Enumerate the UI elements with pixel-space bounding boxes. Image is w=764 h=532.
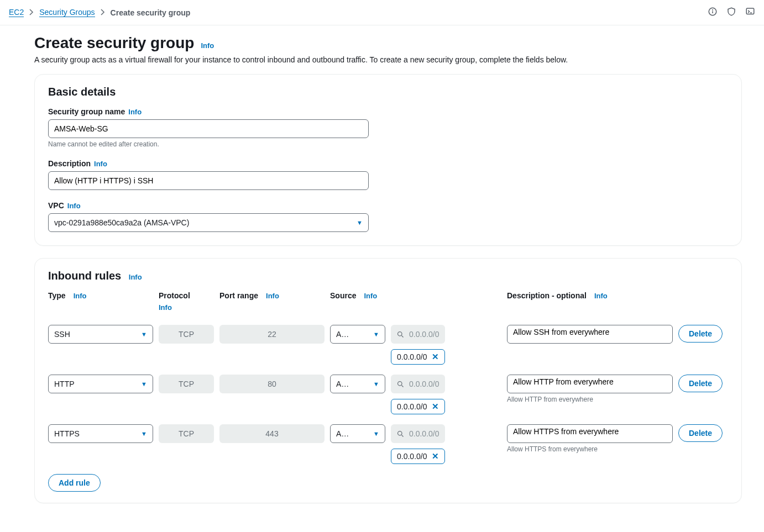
remove-cidr-icon[interactable]: ✕ bbox=[432, 451, 439, 461]
sg-name-hint: Name cannot be edited after creation. bbox=[48, 140, 728, 148]
breadcrumb-current: Create security group bbox=[111, 8, 191, 17]
rule-description-subtext: Allow HTTP from everywhere bbox=[507, 396, 673, 403]
rule-type-select[interactable]: HTTP ▼ bbox=[48, 375, 153, 393]
search-icon bbox=[396, 430, 405, 438]
vpc-info[interactable]: Info bbox=[67, 202, 81, 210]
chevron-down-icon: ▼ bbox=[141, 331, 147, 338]
delete-rule-button[interactable]: Delete bbox=[678, 375, 723, 392]
search-icon bbox=[396, 330, 405, 339]
svg-point-2 bbox=[713, 10, 713, 10]
rule-source-select[interactable]: A… ▼ bbox=[330, 424, 385, 443]
chevron-down-icon: ▼ bbox=[373, 331, 379, 338]
remove-cidr-icon[interactable]: ✕ bbox=[432, 402, 439, 412]
rule-description-subtext: Allow HTTPS from everywhere bbox=[507, 445, 673, 453]
sg-name-input[interactable] bbox=[48, 119, 369, 138]
col-protocol: Protocol bbox=[159, 291, 214, 300]
breadcrumb: EC2 Security Groups Create security grou… bbox=[9, 8, 190, 17]
rule-type-select[interactable]: HTTPS ▼ bbox=[48, 424, 153, 443]
inbound-rules-panel: Inbound rules Info Type Info Protocol In… bbox=[34, 258, 742, 503]
rule-port: 80 bbox=[219, 375, 325, 393]
col-port: Port range bbox=[219, 291, 258, 300]
cidr-chip: 0.0.0.0/0 ✕ bbox=[391, 399, 445, 414]
col-source-info[interactable]: Info bbox=[364, 292, 377, 300]
svg-point-7 bbox=[398, 381, 402, 386]
rule-description-input[interactable] bbox=[507, 375, 673, 393]
col-desc: Description - optional bbox=[507, 291, 587, 300]
remove-cidr-icon[interactable]: ✕ bbox=[432, 352, 439, 362]
rule-row: SSH ▼ TCP 22 A… ▼ 0.0.0.0/0 0.0.0.0/0 ✕ bbox=[48, 325, 728, 365]
chevron-down-icon: ▼ bbox=[357, 219, 363, 226]
sg-desc-info[interactable]: Info bbox=[94, 160, 107, 168]
rule-row: HTTP ▼ TCP 80 A… ▼ 0.0.0.0/0 0.0.0.0/0 ✕… bbox=[48, 375, 728, 414]
rule-source-search[interactable]: 0.0.0.0/0 bbox=[391, 375, 445, 393]
rule-description-input[interactable] bbox=[507, 424, 673, 443]
cidr-chip: 0.0.0.0/0 ✕ bbox=[391, 349, 445, 365]
col-port-info[interactable]: Info bbox=[266, 292, 279, 300]
svg-point-9 bbox=[398, 431, 402, 435]
col-desc-info[interactable]: Info bbox=[594, 292, 608, 300]
col-type: Type bbox=[48, 291, 66, 300]
page-description: A security group acts as a virtual firew… bbox=[34, 55, 742, 64]
chevron-down-icon: ▼ bbox=[373, 381, 379, 387]
add-rule-button[interactable]: Add rule bbox=[48, 474, 101, 492]
sg-name-info[interactable]: Info bbox=[128, 108, 142, 116]
chevron-down-icon: ▼ bbox=[373, 430, 379, 437]
delete-rule-button[interactable]: Delete bbox=[678, 424, 723, 442]
col-source: Source bbox=[330, 291, 356, 300]
rule-row: HTTPS ▼ TCP 443 A… ▼ 0.0.0.0/0 0.0.0.0/0… bbox=[48, 424, 728, 464]
breadcrumb-ec2[interactable]: EC2 bbox=[9, 8, 24, 17]
breadcrumb-security-groups[interactable]: Security Groups bbox=[39, 8, 95, 17]
sg-desc-input[interactable] bbox=[48, 171, 369, 190]
rule-protocol: TCP bbox=[159, 424, 214, 443]
col-protocol-info[interactable]: Info bbox=[159, 303, 214, 312]
rule-protocol: TCP bbox=[159, 325, 214, 344]
sg-name-label: Security group name bbox=[48, 107, 125, 116]
shield-icon[interactable] bbox=[726, 7, 736, 18]
rule-source-search[interactable]: 0.0.0.0/0 bbox=[391, 424, 445, 443]
inbound-rules-info[interactable]: Info bbox=[129, 273, 142, 281]
vpc-label: VPC bbox=[48, 201, 64, 210]
rule-source-select[interactable]: A… ▼ bbox=[330, 325, 385, 344]
svg-line-10 bbox=[401, 435, 403, 436]
basic-details-panel: Basic details Security group name Info N… bbox=[34, 74, 742, 246]
sg-desc-label: Description bbox=[48, 159, 91, 168]
info-icon[interactable] bbox=[708, 7, 718, 18]
cidr-chip: 0.0.0.0/0 ✕ bbox=[391, 449, 445, 464]
chevron-right-icon bbox=[101, 8, 105, 17]
rule-type-select[interactable]: SSH ▼ bbox=[48, 325, 153, 344]
page-title: Create security group bbox=[34, 34, 194, 52]
rule-source-select[interactable]: A… ▼ bbox=[330, 375, 385, 393]
rule-protocol: TCP bbox=[159, 375, 214, 393]
svg-point-5 bbox=[398, 331, 402, 336]
page-title-info[interactable]: Info bbox=[201, 41, 214, 50]
chevron-down-icon: ▼ bbox=[141, 381, 147, 387]
search-icon bbox=[396, 380, 405, 388]
rule-source-search[interactable]: 0.0.0.0/0 bbox=[391, 325, 445, 344]
col-type-info[interactable]: Info bbox=[74, 292, 87, 300]
chevron-right-icon bbox=[29, 8, 34, 17]
rule-port: 443 bbox=[219, 424, 325, 443]
chevron-down-icon: ▼ bbox=[141, 430, 147, 437]
delete-rule-button[interactable]: Delete bbox=[678, 325, 723, 343]
svg-line-8 bbox=[401, 385, 403, 387]
vpc-select[interactable]: vpc-0291a988e50ca9a2a (AMSA-VPC) ▼ bbox=[48, 213, 369, 232]
basic-details-title: Basic details bbox=[48, 86, 728, 98]
cloudshell-icon[interactable] bbox=[745, 7, 755, 18]
rule-description-input[interactable] bbox=[507, 325, 673, 344]
svg-line-6 bbox=[401, 335, 403, 337]
inbound-rules-title: Inbound rules bbox=[48, 270, 121, 282]
rule-port: 22 bbox=[219, 325, 325, 344]
